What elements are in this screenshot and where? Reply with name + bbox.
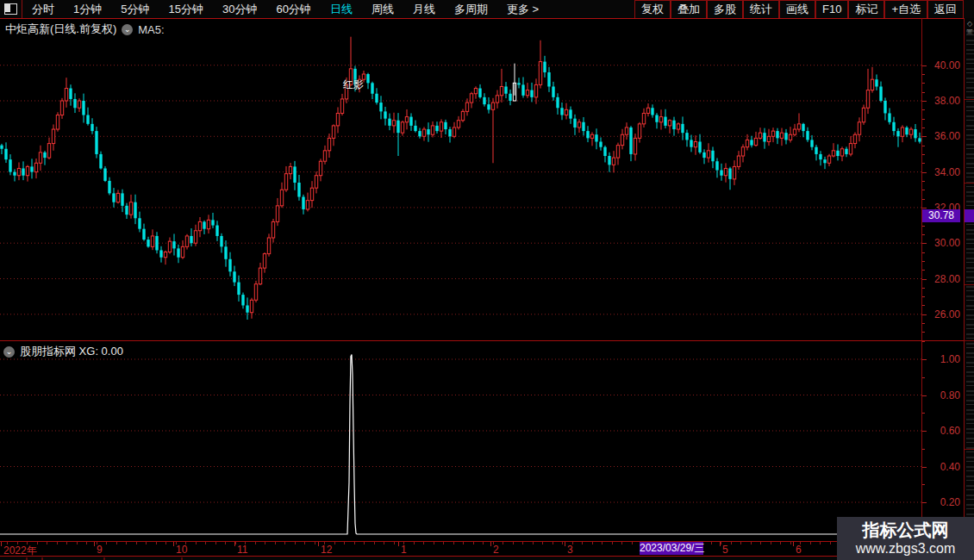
indicator-tick-label: 0.80 (924, 389, 960, 401)
period-tab-9[interactable]: 多周期 (445, 0, 497, 18)
watermark-title: 指标公式网 (863, 520, 949, 540)
period-tab-7[interactable]: 周线 (362, 0, 403, 18)
indicator-tick-label: 0.40 (924, 461, 960, 473)
toolbar-button-1[interactable]: 叠加 (671, 0, 707, 18)
price-axis: 40.0038.0036.0034.0032.0030.0028.0026.00 (922, 18, 964, 340)
window-icon (4, 3, 17, 15)
right-side-panel-edge[interactable]: ◇▣ (964, 18, 974, 560)
indicator-tick-label: 1.00 (924, 353, 960, 365)
period-tab-5[interactable]: 60分钟 (266, 0, 320, 18)
clipped-panel-text (966, 30, 974, 547)
selected-date-badge: 2023/03/29/三 (640, 542, 703, 555)
toolbar-button-3[interactable]: 统计 (743, 0, 779, 18)
toolbar-button-4[interactable]: 画线 (779, 0, 815, 18)
price-tick-label: 34.00 (924, 166, 960, 178)
date-label-5: 1 (401, 544, 407, 556)
ma5-label: MA5: (138, 23, 164, 36)
window-menu-button[interactable] (0, 0, 22, 18)
toolbar-button-7[interactable]: +自选 (884, 0, 927, 18)
clipped-bottom-row (0, 557, 974, 560)
period-tab-6[interactable]: 日线 (321, 0, 362, 18)
indicator-axis: 1.000.800.600.400.20 (922, 341, 964, 541)
date-label-9: 6 (796, 544, 802, 556)
price-tick-label: 38.00 (924, 95, 960, 107)
date-label-1: 9 (97, 544, 103, 556)
watermark-url: www.zbgs3.com (856, 540, 956, 557)
top-toolbar: 分时1分钟5分钟15分钟30分钟60分钟日线周线月线多周期更多 > 复权叠加多股… (0, 0, 974, 19)
price-tick-label: 26.00 (924, 308, 960, 320)
toolbar-button-6[interactable]: 标记 (848, 0, 884, 18)
period-tab-1[interactable]: 1分钟 (64, 0, 111, 18)
date-label-2: 10 (176, 544, 187, 556)
price-tick-label: 28.00 (924, 273, 960, 285)
chevron-down-icon[interactable]: ⌄ (3, 346, 15, 358)
price-tick-label: 30.00 (924, 237, 960, 249)
indicator-tick-label: 0.20 (924, 496, 960, 508)
toolbar-button-0[interactable]: 复权 (634, 0, 671, 18)
toolbar-right-buttons: 复权叠加多股统计画线F10标记+自选返回 (634, 0, 964, 18)
date-label-4: 12 (321, 544, 332, 556)
period-menu: 分时1分钟5分钟15分钟30分钟60分钟日线周线月线多周期更多 > (22, 0, 548, 18)
date-label-8: 5 (722, 544, 728, 556)
price-tick-label: 40.00 (924, 59, 960, 72)
toolbar-button-2[interactable]: 多股 (707, 0, 743, 18)
indicator-chart[interactable] (0, 341, 921, 541)
period-tab-4[interactable]: 30分钟 (213, 0, 266, 18)
chart-title: 中炬高新(日线.前复权) (5, 22, 116, 37)
date-axis[interactable]: 2022年910111212356 (0, 542, 921, 556)
candle-annotation: 红影 (343, 78, 364, 92)
price-tick-label: 36.00 (924, 130, 960, 142)
period-tab-8[interactable]: 月线 (403, 0, 445, 18)
period-tab-10[interactable]: 更多 > (497, 0, 548, 18)
candlestick-chart[interactable] (0, 18, 921, 340)
chevron-down-icon[interactable]: ⌄ (122, 24, 133, 35)
indicator-header: ⌄ 股朋指标网 XG: 0.00 (3, 344, 123, 359)
period-tab-3[interactable]: 15分钟 (159, 0, 212, 18)
indicator-tick-label: 0.60 (924, 425, 960, 437)
date-label-3: 11 (237, 544, 247, 556)
indicator-name-value: 股朋指标网 XG: 0.00 (20, 344, 123, 359)
watermark: 指标公式网 www.zbgs3.com (837, 517, 974, 560)
last-price-badge: 30.78 (922, 209, 960, 222)
strip-price-highlight (965, 209, 974, 222)
period-tab-0[interactable]: 分时 (22, 0, 64, 18)
date-label-7: 3 (567, 544, 573, 556)
period-tab-2[interactable]: 5分钟 (111, 0, 159, 18)
chart-header: 中炬高新(日线.前复权) ⌄ MA5: (5, 22, 165, 37)
toolbar-button-8[interactable]: 返回 (927, 0, 964, 18)
toolbar-button-5[interactable]: F10 (815, 0, 848, 18)
date-label-6: 2 (493, 544, 499, 556)
